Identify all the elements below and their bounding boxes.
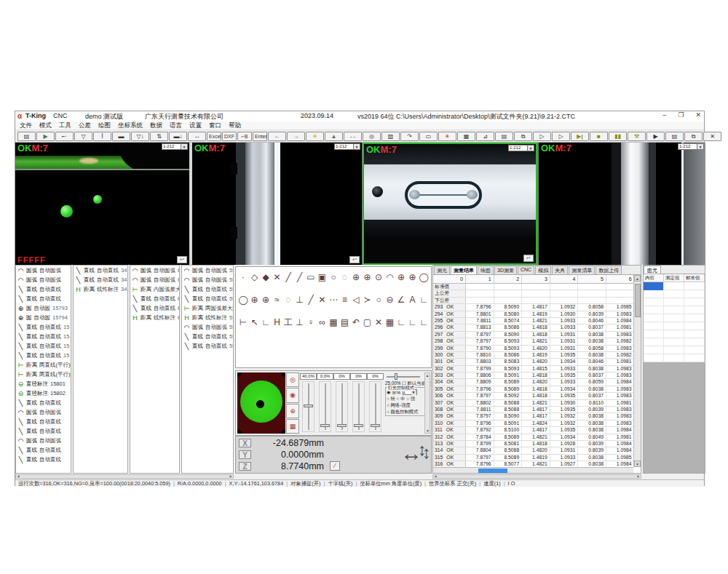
list-item[interactable]: ◠圆弧自动圆弧65 [130, 266, 179, 275]
table-row[interactable]: 297OK7.87978.50901.48181.09310.80381.098… [433, 332, 633, 338]
table-row-special[interactable]: 上公差 [433, 290, 633, 297]
tool-icon[interactable]: ♀ [306, 317, 316, 327]
toolbar-button-33[interactable]: ⧉ [514, 132, 532, 141]
slider-thumb[interactable] [354, 424, 363, 427]
tool-icon[interactable]: ⊕ [351, 272, 361, 282]
ring-light-preview[interactable] [237, 372, 285, 434]
tool-icon[interactable]: ⊕ [363, 272, 373, 282]
list-item[interactable]: ╲直线自动直线55 [182, 294, 233, 303]
table-row[interactable]: 299OK7.87908.50931.48201.09310.80581.098… [433, 346, 633, 352]
toolbar-button-27[interactable]: ✳ [438, 132, 456, 141]
toolbar-button-10[interactable]: ↔ [188, 132, 206, 141]
tool-icon[interactable]: ∠ [396, 295, 406, 305]
chevron-down-icon[interactable]: ▼ [528, 145, 534, 151]
light-ring-icon[interactable]: ◎ [286, 372, 299, 387]
list-item[interactable]: ◠圆弧自动圆弧55 [182, 266, 233, 275]
maximize-button[interactable]: ❐ [678, 111, 684, 119]
tab-测量结果[interactable]: 测量结果 [451, 266, 477, 274]
table-row[interactable]: 294OK7.88018.50801.48191.09300.80391.098… [433, 311, 633, 318]
tool-icon[interactable]: ▣ [317, 272, 328, 282]
toolbar-button-44[interactable]: ▤ [665, 132, 684, 141]
scroll-thumb[interactable] [635, 284, 641, 317]
table-row[interactable]: 309OK7.87978.50901.48171.09320.80381.098… [433, 413, 633, 420]
element-row[interactable] [644, 346, 705, 354]
view-resize-icon[interactable]: ↩ [349, 256, 360, 263]
toolbar-button-38[interactable]: ■ [590, 132, 608, 141]
zoom-select[interactable]: 1-212 [508, 145, 528, 151]
chevron-down-icon[interactable]: ▼ [181, 143, 188, 150]
tool-icon[interactable]: ○ [373, 295, 384, 305]
menu-item-6[interactable]: 坐标系统 [118, 121, 143, 130]
list-item[interactable]: H距离线性标注66 [130, 313, 179, 322]
light-slider-4[interactable] [352, 381, 365, 432]
slider-thumb[interactable] [304, 404, 313, 407]
tool-icon[interactable]: ◌ [340, 272, 350, 282]
menu-item-1[interactable]: 文件 [20, 121, 32, 130]
element-row[interactable] [644, 298, 705, 306]
element-row[interactable] [644, 306, 705, 314]
zoom-select[interactable]: 1-212 [678, 143, 697, 150]
element-row[interactable] [644, 314, 705, 322]
tool-icon[interactable]: ▢ [363, 317, 373, 327]
tool-icon[interactable]: 工 [283, 317, 293, 327]
list-item[interactable]: ⊢距离内圆弧最大距 [130, 284, 179, 294]
tool-icon[interactable]: ≈ [272, 295, 282, 305]
tool-icon[interactable]: ▦ [385, 317, 395, 327]
tool-icon[interactable]: ◆ [261, 272, 271, 282]
view-resize-icon[interactable]: ↩ [177, 256, 187, 263]
chevron-down-icon[interactable]: ▼ [697, 143, 704, 150]
tab-夹具[interactable]: 夹具 [552, 266, 568, 274]
element-row[interactable] [644, 338, 705, 346]
toolbar-button-43[interactable]: ▶ [646, 132, 665, 141]
light-slider-2[interactable] [319, 381, 331, 432]
toolbar-button-25[interactable]: ↷ [400, 132, 419, 141]
toolbar-button-9[interactable]: ▬↓ [169, 132, 187, 141]
toolbar-button-39[interactable]: ▮▮ [609, 132, 627, 141]
tool-icon[interactable]: ◁ [351, 295, 361, 305]
table-row[interactable]: 306OK7.87978.50921.48181.09350.80371.098… [433, 393, 633, 399]
menu-item-5[interactable]: 绘图 [98, 121, 111, 130]
light-slider-1[interactable] [302, 381, 314, 432]
toolbar-button-4[interactable]: ▽ [74, 132, 92, 141]
element-row[interactable] [644, 330, 705, 338]
table-row[interactable]: 298OK7.87978.50931.48211.09310.80381.098… [433, 338, 633, 345]
element-row[interactable] [644, 354, 705, 362]
tool-icon[interactable]: ≻ [363, 295, 373, 305]
list-item[interactable]: ╲直线自动直线15 [16, 351, 71, 360]
list-item[interactable]: ╲直线自动直线15 [16, 332, 71, 341]
tool-icon[interactable]: ○ [328, 272, 339, 282]
toolbar-button-7[interactable]: ▽↓ [131, 132, 149, 141]
radio-strength-row[interactable]: ○ 轻 ○ 中 ○ 强 [387, 395, 424, 402]
list-item[interactable]: H距离线性标注34 [74, 284, 127, 294]
table-row[interactable]: 305OK7.87968.50891.48181.09340.80381.098… [433, 386, 633, 393]
list-item[interactable]: ╲直线自动直线 [16, 284, 71, 294]
tool-icon[interactable]: ∞ [317, 317, 328, 327]
toolbar-button-17[interactable]: ← [268, 132, 286, 141]
tool-icon[interactable]: ⊥ [295, 295, 305, 305]
table-row[interactable]: 304OK7.88098.50891.48201.09330.80591.098… [433, 379, 633, 386]
tool-icon[interactable]: ⊢ [238, 317, 248, 327]
slider-thumb[interactable] [320, 424, 330, 427]
tab-绘图[interactable]: 绘图 [478, 266, 494, 274]
tab-测量清单[interactable]: 测量清单 [569, 266, 595, 274]
tool-icon[interactable]: ∟ [396, 317, 406, 327]
list-item[interactable]: ╲直线自动直线 [16, 426, 71, 436]
lists-horizontal-scrollbar[interactable]: ◀▶ [15, 474, 234, 479]
jog-arrows[interactable]: ↔↕↕ [400, 441, 421, 466]
camera-view-3-active[interactable]: OKM:7 1-212▼ ↩ [363, 143, 537, 265]
toolbar-button-37[interactable]: ▶| [571, 132, 589, 141]
tool-icon[interactable]: ↖ [250, 317, 260, 327]
light-quad-icon[interactable]: ⊕ [286, 404, 299, 418]
toolbar-button-32[interactable]: ▤ [495, 132, 513, 141]
list-item[interactable]: ╲直线自动直线 [16, 445, 71, 455]
toolbar-button-34[interactable]: ▷ [533, 132, 551, 141]
tool-icon[interactable]: ╱ [306, 295, 316, 305]
list-item[interactable]: ╲直线自动直线34 [74, 266, 127, 275]
light-slider-3[interactable] [336, 381, 348, 432]
tool-icon[interactable]: ▭ [306, 272, 316, 282]
tool-icon[interactable]: ◠ [385, 272, 395, 282]
toolbar-button-21[interactable]: ▲ [325, 132, 343, 141]
toolbar-button-35[interactable]: ▷ [552, 132, 570, 141]
tool-icon[interactable]: ⊙ [373, 272, 384, 282]
radio-network-row[interactable]: ○ 网络-强度 [387, 402, 424, 408]
